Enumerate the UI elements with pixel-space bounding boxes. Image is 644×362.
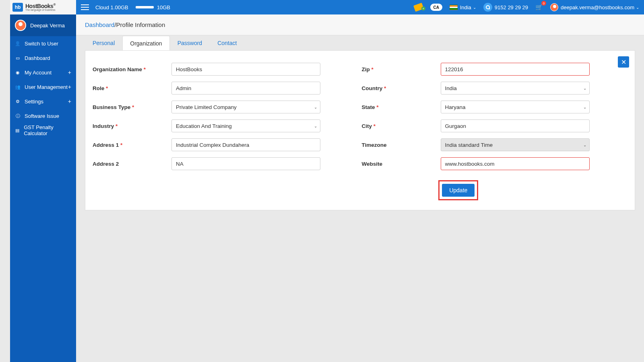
cart-badge: 0 xyxy=(541,1,546,6)
user-menu[interactable]: deepak.verma@hostbooks.com ⌄ xyxy=(550,3,639,11)
cart-button[interactable]: 🛒0 xyxy=(535,4,543,11)
sidebar-item-label: GST Penalty Calculator xyxy=(24,124,71,136)
phone-label: 9152 29 29 29 xyxy=(495,4,528,10)
sidebar-item-label: Software Issue xyxy=(25,113,59,119)
plus-icon: + xyxy=(68,69,71,76)
country-select[interactable] xyxy=(441,82,590,95)
sidebar-item-label: Switch to User xyxy=(25,41,58,47)
label-city: City xyxy=(362,123,372,129)
label-zip: Zip xyxy=(362,66,370,72)
panel: ✕ Organization Name * Role * Business Ty… xyxy=(85,50,635,210)
label-role: Role xyxy=(93,85,104,91)
ca-badge-icon[interactable]: CA xyxy=(430,4,442,11)
storage-total: 10GB xyxy=(157,4,170,10)
user-email: deepak.verma@hostbooks.com xyxy=(561,4,634,10)
account-icon: ◉ xyxy=(15,70,21,75)
city-input[interactable] xyxy=(441,119,590,132)
org-name-input[interactable] xyxy=(171,63,320,76)
headset-icon xyxy=(483,3,492,12)
sidebar-profile[interactable]: Deepak Verma xyxy=(10,14,76,36)
flag-in-icon xyxy=(450,5,458,10)
sidebar-item-user-management[interactable]: 👥 User Management + xyxy=(10,80,76,94)
label-country: Country xyxy=(362,85,383,91)
top-bar: Cloud 1.00GB 10GB + CA India ⌄ 9152 29 2… xyxy=(76,0,644,14)
chevron-down-icon: ⌄ xyxy=(473,5,476,10)
support-phone[interactable]: 9152 29 29 29 xyxy=(483,3,528,12)
avatar-icon xyxy=(15,20,26,31)
sidebar-item-settings[interactable]: ⚙ Settings + xyxy=(10,94,76,109)
info-icon: ⓘ xyxy=(15,113,21,119)
zip-input[interactable] xyxy=(441,63,590,76)
label-addr1: Address 1 xyxy=(93,142,119,148)
label-addr2: Address 2 xyxy=(93,161,119,167)
chevron-down-icon: ⌄ xyxy=(636,5,639,10)
state-select[interactable] xyxy=(441,101,590,113)
logo-strip: hb HostBooks® The language of business xyxy=(10,0,76,14)
sidebar-item-dashboard[interactable]: ▭ Dashboard xyxy=(10,51,76,65)
address1-input[interactable] xyxy=(171,138,320,151)
calculator-icon: ▤ xyxy=(15,128,20,133)
sidebar: Deepak Verma 👤 Switch to User ▭ Dashboar… xyxy=(10,14,76,362)
update-button[interactable]: Update xyxy=(442,184,475,197)
business-type-select[interactable] xyxy=(171,101,320,113)
user-icon: 👤 xyxy=(15,41,21,46)
logo-tm: ® xyxy=(53,3,55,6)
cloud-usage-label: Cloud 1.00GB xyxy=(95,4,128,10)
storage-bar xyxy=(136,6,154,8)
logo-text: HostBooks® The language of business xyxy=(25,3,56,12)
sidebar-item-label: User Management xyxy=(25,84,68,90)
sidebar-user-name: Deepak Verma xyxy=(30,23,65,29)
cart-icon: 🛒0 xyxy=(535,4,543,11)
tab-contact[interactable]: Contact xyxy=(210,35,244,50)
sidebar-item-label: Settings xyxy=(25,99,43,105)
plus-icon: + xyxy=(68,84,71,90)
label-website: Website xyxy=(362,161,383,167)
avatar-icon xyxy=(550,3,558,11)
sidebar-item-label: My Account xyxy=(25,70,52,76)
website-input[interactable] xyxy=(441,157,590,170)
label-timezone: Timezone xyxy=(362,142,387,148)
plus-icon: + xyxy=(68,98,71,105)
breadcrumb: Dashboard / Profile Information xyxy=(76,14,644,35)
dashboard-icon: ▭ xyxy=(15,56,21,61)
tab-password[interactable]: Password xyxy=(170,35,210,50)
sidebar-item-gst-calculator[interactable]: ▤ GST Penalty Calculator xyxy=(10,123,76,138)
sidebar-item-label: Dashboard xyxy=(25,55,50,61)
menu-toggle-icon[interactable] xyxy=(81,4,89,10)
sidebar-item-my-account[interactable]: ◉ My Account + xyxy=(10,65,76,80)
address2-input[interactable] xyxy=(171,157,320,170)
label-industry: Industry xyxy=(93,123,114,129)
label-biz-type: Business Type xyxy=(93,104,130,110)
ticket-icon[interactable]: + xyxy=(414,4,423,10)
content-area: Dashboard / Profile Information Personal… xyxy=(76,14,644,362)
country-label: India xyxy=(460,4,471,10)
logo-tagline: The language of business xyxy=(25,9,56,12)
tab-organization[interactable]: Organization xyxy=(122,36,169,51)
close-icon: ✕ xyxy=(621,58,626,66)
label-org-name: Organization Name xyxy=(93,66,142,72)
country-selector[interactable]: India ⌄ xyxy=(450,4,476,10)
timezone-select[interactable] xyxy=(441,138,590,151)
breadcrumb-root[interactable]: Dashboard xyxy=(85,21,114,28)
close-button[interactable]: ✕ xyxy=(618,56,629,68)
industry-select[interactable] xyxy=(171,119,320,132)
tabs: Personal Organization Password Contact xyxy=(85,35,635,50)
sidebar-item-software-issue[interactable]: ⓘ Software Issue xyxy=(10,109,76,123)
users-icon: 👥 xyxy=(15,84,21,90)
tab-personal[interactable]: Personal xyxy=(85,35,122,50)
update-highlight: Update xyxy=(438,180,478,200)
logo-icon: hb xyxy=(12,3,23,12)
breadcrumb-current: Profile Information xyxy=(116,21,165,28)
label-state: State xyxy=(362,104,375,110)
role-input[interactable] xyxy=(171,82,320,95)
gear-icon: ⚙ xyxy=(15,99,21,104)
sidebar-item-switch-user[interactable]: 👤 Switch to User xyxy=(10,36,76,51)
